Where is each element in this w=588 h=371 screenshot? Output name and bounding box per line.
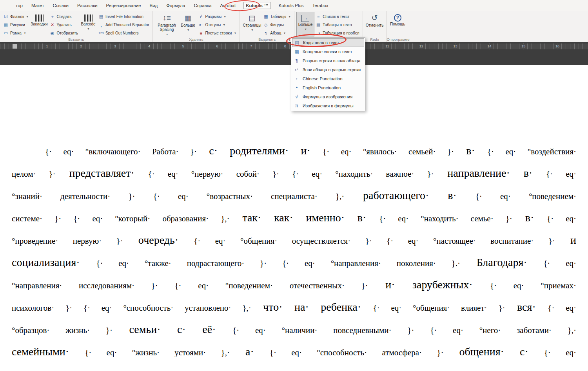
- document-line: °образцов· жизнь· }· семьи· с· её· {· eq…: [12, 318, 576, 340]
- tab-to-space-label: Табуляция в пробел: [323, 31, 359, 35]
- text-run: очередь·: [123, 234, 194, 246]
- field-code-run: {· eq·: [544, 348, 576, 357]
- tab-справка[interactable]: Справка: [193, 2, 212, 9]
- menu-item-концевые-сноски-в-текст[interactable]: ▦Концевые сноски в текст: [292, 47, 364, 56]
- menu-item-изображения-в-формулы[interactable]: πИзображения в формулы: [292, 101, 364, 110]
- tab-вид[interactable]: Вид: [149, 2, 158, 9]
- flag-button[interactable]: ☑ Флажок ▼: [2, 13, 30, 20]
- text-run: направление· в·: [434, 167, 546, 179]
- undo-icon: ↺: [372, 13, 378, 23]
- paragraph-spacing-button[interactable]: ↕≡ Paragraph Spacing ▼: [155, 12, 179, 36]
- tab-ссылки[interactable]: Ссылки: [52, 2, 69, 9]
- tab-kutools-plus[interactable]: Kutools Plus: [278, 2, 305, 9]
- paragraph-icon: ¶: [263, 31, 269, 36]
- select-group-label: Выделить: [240, 37, 294, 42]
- delete-more-button[interactable]: ▦ Больше ▼: [179, 12, 197, 36]
- menu-item-label: Коды поля в текст: [303, 40, 339, 45]
- create-label: Создать: [57, 14, 72, 19]
- remove-breaks-button[interactable]: ↲ Разрывы ▼: [197, 13, 238, 20]
- thousand-separator-label: Add Thousand Separator: [105, 23, 149, 27]
- menu-item-формулы-в-изображения[interactable]: √Формулы в изображения: [292, 92, 364, 101]
- chevron-down-icon: ▼: [223, 24, 225, 26]
- spell-out-numbers-button[interactable]: 123 Spell Out Numbers: [97, 30, 151, 36]
- tab-to-space-button[interactable]: ⇥ Табуляция в пробел: [314, 30, 361, 36]
- bookmark-delete-button[interactable]: ✕ Удалить: [49, 22, 80, 28]
- menu-item-разрыв-строки-в-знак-абзаца[interactable]: ¶Разрыв строки в знак абзаца: [292, 56, 364, 65]
- menu-item-chinese-punctuation[interactable]: ◦Chinese Punctuation: [292, 74, 364, 83]
- field-code-run: °образцов· жизнь· }·: [12, 326, 113, 335]
- select-tables-button[interactable]: ▦ Таблицы ▼: [262, 13, 292, 20]
- text-run: в·: [454, 145, 487, 157]
- tab-acrobat[interactable]: Acrobat: [220, 2, 237, 9]
- tab-kutools-[interactable]: Kutools ™: [243, 2, 271, 9]
- ruler-number: 3: [113, 44, 117, 49]
- remove-indents-button[interactable]: ⇤ Отступы ▼: [197, 22, 238, 28]
- menu-item-label: English Punctuation: [303, 85, 341, 90]
- ruler-number: 14: [486, 44, 492, 49]
- chevron-down-icon: ▼: [24, 32, 26, 34]
- tab-terabox[interactable]: Terabox: [312, 2, 329, 9]
- insert-file-info-button[interactable]: ▤ Insert File Information: [97, 13, 151, 20]
- help-label: Помощь: [390, 22, 405, 26]
- list-to-text-button[interactable]: ≡ Список в текст: [314, 13, 361, 20]
- pictures-button[interactable]: ▦ Рисунки: [2, 22, 30, 28]
- field-code-run: {· eq·: [548, 303, 576, 313]
- text-run: семьи· с· её·: [113, 323, 232, 335]
- text-run: так· как· именно· в·: [230, 212, 379, 224]
- document-line: °направления· близкими· }· {· eq· °изуче…: [12, 363, 576, 371]
- menu-item-label: Разрыв строки в знак абзаца: [303, 58, 360, 63]
- tables-icon: ▦: [263, 14, 269, 19]
- indents-label: Отступы: [205, 23, 221, 27]
- select-paragraph-button[interactable]: ¶ Абзац ▼: [262, 30, 292, 36]
- help-button[interactable]: ? Помощь: [388, 12, 407, 36]
- tab-тор[interactable]: тор: [15, 2, 24, 9]
- frame-label: Рамка: [10, 31, 22, 35]
- ribbon-group-about: ? Помощь О программе: [387, 11, 408, 42]
- select-shapes-button[interactable]: ◇ Фигуры: [262, 22, 292, 28]
- thousand-separator-icon: ,: [98, 23, 104, 27]
- paragraph-spacing-label: Paragraph Spacing: [156, 23, 178, 32]
- endnotes-icon: ▦: [294, 49, 300, 54]
- field-code-run: {· eq· °воздействия·: [487, 147, 576, 156]
- field-code-run: °направления· исследованиям· }· {· eq· °…: [12, 281, 368, 290]
- select-pages-button[interactable]: ▤ Страницы ▼: [242, 12, 262, 36]
- ruler-number: 2: [79, 44, 83, 49]
- barcode-label: Barcode: [81, 22, 95, 26]
- tab-формула[interactable]: Формула: [165, 2, 186, 9]
- field-code-run: {· eq· °находить· семье· }·: [379, 214, 512, 223]
- redo-group-label: Redo: [363, 37, 387, 42]
- menu-item-english-punctuation[interactable]: •English Punctuation: [292, 83, 364, 92]
- field-code-run: {· eq· °общения· осуществляется· }· {· e…: [194, 236, 555, 246]
- bookmark-create-button[interactable]: ＋ Создать: [49, 13, 80, 20]
- ruler-number: 5: [181, 44, 185, 49]
- tables-to-text-icon: ▦: [316, 22, 321, 27]
- text-run: вся·: [505, 301, 548, 313]
- chinese-punct-icon: ◦: [294, 76, 300, 81]
- bookmarks-button[interactable]: Закладки: [30, 12, 48, 36]
- convert-more-icon: →: [301, 15, 309, 22]
- file-info-label: Insert File Information: [105, 14, 143, 19]
- text-run: общения· с·: [443, 346, 544, 358]
- frame-button[interactable]: ▭ Рамка ▼: [2, 30, 30, 36]
- tab-рассылки[interactable]: Рассылки: [76, 2, 98, 9]
- tables-to-text-button[interactable]: ▦ Таблицы в текст: [314, 22, 361, 28]
- undo-button[interactable]: ↺ Отменить: [365, 12, 385, 36]
- barcode-button[interactable]: Barcode ▼: [79, 12, 97, 36]
- tab-рецензирование[interactable]: Рецензирование: [105, 2, 142, 9]
- menu-item-знак-абзаца-в-разрыв-строки[interactable]: ↵Знак абзаца в разрыв строки: [292, 65, 364, 74]
- tab-to-space-icon: ⇥: [316, 31, 321, 36]
- add-thousand-separator-button[interactable]: , Add Thousand Separator: [97, 22, 151, 28]
- empty-lines-label: Пустые строки: [205, 31, 232, 35]
- word-window: торМакетСсылкиРассылкиРецензированиеВидФ…: [0, 0, 588, 371]
- menu-item-коды-поля-в-текст[interactable]: ▤Коды поля в текст: [292, 38, 364, 47]
- field-code-run: {· eq· °общения· влияет· }·: [373, 303, 505, 313]
- indent-marker[interactable]: [13, 44, 17, 49]
- tab-макет[interactable]: Макет: [31, 2, 45, 9]
- field-code-run: {· eq· °поведением·: [475, 192, 576, 201]
- list-to-text-icon: ≡: [316, 14, 321, 19]
- convert-more-button[interactable]: → Больше ▼: [296, 12, 314, 36]
- remove-empty-lines-button[interactable]: ≡ Пустые строки ▼: [197, 30, 238, 36]
- bookmarks-icon: [35, 14, 44, 22]
- bookmark-show-button[interactable]: ◉ Отобразить: [49, 30, 80, 36]
- menu-item-label: Формулы в изображения: [303, 94, 352, 99]
